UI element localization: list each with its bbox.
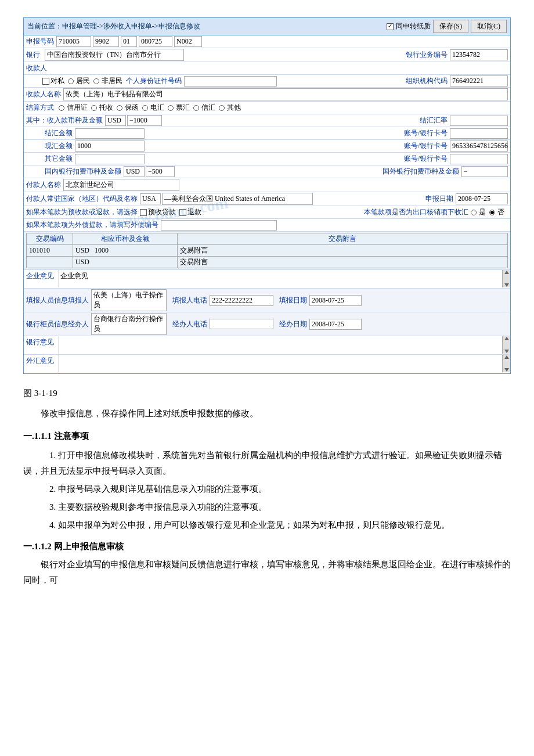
prepayment-refund[interactable]: 退款	[179, 207, 201, 217]
bank-serial-value[interactable]: 12354782	[450, 49, 508, 60]
report-no-5[interactable]: N002	[174, 36, 202, 47]
account-label-3: 账号/银行卡号	[404, 154, 448, 164]
settlement-credit[interactable]: 信用证	[59, 103, 88, 113]
settlement-other[interactable]: 其他	[219, 103, 241, 113]
filler-info-label: 填报人员信息	[26, 296, 68, 305]
bank-opinion-text[interactable]	[59, 336, 502, 354]
settlement-dianhui[interactable]: 电汇	[142, 103, 164, 113]
scroll-down-icon[interactable]	[504, 283, 509, 287]
account-value-3[interactable]	[450, 154, 508, 164]
settlement-xinhui[interactable]: 信汇	[193, 103, 215, 113]
currency-amount[interactable]: −1000	[127, 115, 162, 126]
foreign-debt-value[interactable]	[161, 220, 277, 231]
payer-country-code[interactable]: USA	[140, 193, 161, 204]
report-no-1[interactable]: 710005	[56, 36, 91, 47]
trade-currency-1[interactable]: USD 1000	[73, 245, 178, 257]
settlement-piaohui[interactable]: 票汇	[168, 103, 190, 113]
trade-currency-2[interactable]: USD	[73, 257, 178, 268]
account-value-1[interactable]	[450, 128, 508, 139]
bank-opinion-scrollbar[interactable]	[502, 336, 510, 354]
top-bar-buttons: 同申转纸质 保存(S) 取消(C)	[387, 20, 507, 33]
trade-table: 交易编码 相应币种及金额 交易附言 101010 USD 1000 交易附言 U…	[26, 233, 508, 268]
prepayment-row: 如果本笔款为预收款或退款，请选择 预收贷款 退款 本笔款项是否为出口核销项下收汇…	[24, 206, 510, 219]
report-no-2[interactable]: 9902	[93, 36, 119, 47]
prepayment-loan[interactable]: 预收贷款	[140, 207, 176, 217]
filler-info-row: 填报人员信息 填报人 依美（上海）电子操作员 填报人电话 222-2222222…	[24, 289, 510, 312]
trade-note-header: 交易附言	[178, 233, 508, 245]
fx-scroll-up-icon[interactable]	[504, 355, 509, 359]
cash-amount-value[interactable]	[75, 154, 145, 164]
domestic-deduct-currency[interactable]: USD	[124, 166, 145, 177]
fx-opinion-text[interactable]	[59, 355, 502, 372]
payer-name-value[interactable]: 北京新世纪公司	[63, 179, 179, 191]
account-label-2: 账号/银行卡号	[404, 141, 448, 151]
settlement-row: 结算方式 信用证 托收 保函 电汇 票汇 信汇 其他	[24, 102, 510, 114]
report-no-4[interactable]: 080725	[139, 36, 172, 47]
scroll-up-icon[interactable]	[504, 271, 509, 274]
bank-counter-label: 银行柜员信息	[26, 319, 68, 329]
para2: 银行对企业填写的申报信息和审核疑问反馈信息进行审核，填写审核意见，并将审核结果息…	[23, 557, 511, 588]
exchange-amount-value[interactable]	[75, 128, 145, 139]
domestic-deduct-amount[interactable]: −500	[146, 166, 175, 177]
org-code-value[interactable]: 766492221	[450, 75, 508, 87]
settlement-tuoshou[interactable]: 托收	[91, 103, 113, 113]
cancel-button[interactable]: 取消(C)	[471, 20, 507, 33]
trade-row-2: USD 交易附言	[27, 257, 508, 268]
id-value[interactable]	[184, 76, 277, 87]
export-yes[interactable]: 是	[471, 207, 486, 217]
save-button[interactable]: 保存(S)	[433, 20, 468, 33]
body-text: 图 3-1-19 修改申报信息，保存操作同上述对纸质申报数据的修改。 一.1.1…	[23, 386, 511, 588]
exchange-rate-value[interactable]	[450, 116, 508, 126]
prepayment-label: 如果本笔款为预收款或退款，请选择	[26, 207, 138, 217]
sync-paper-checkbox[interactable]	[387, 23, 394, 30]
settlement-baohan[interactable]: 保函	[117, 103, 139, 113]
trade-note-2[interactable]: 交易附言	[178, 257, 508, 268]
export-no[interactable]: 否	[489, 207, 504, 217]
manager-value[interactable]: 台商银行台南分行操作员	[91, 313, 167, 335]
bank-row: 银行 中国台南投资银行（TN）台南市分行 银行业务编号 12354782	[24, 48, 510, 62]
para1: 修改申报信息，保存操作同上述对纸质申报数据的修改。	[23, 406, 511, 422]
type-feijumin[interactable]: 非居民	[93, 76, 122, 86]
enterprise-opinion-scrollbar[interactable]	[502, 270, 510, 287]
fx-scroll-down-icon[interactable]	[504, 368, 509, 372]
export-label: 本笔款项是否为出口核销项下收汇	[364, 207, 468, 217]
note3: 3. 主要数据校验规则参考申报信息录入功能的注意事项。	[23, 499, 511, 515]
bank-scroll-down-icon[interactable]	[504, 350, 509, 353]
bank-counter-row: 银行柜员信息 经办人 台商银行台南分行操作员 经办人电话 经办日期 2008-0…	[24, 312, 510, 336]
trade-code-2[interactable]	[27, 257, 73, 268]
payer-country-desc[interactable]: —美利坚合众国 United States of America	[162, 193, 313, 205]
report-date-value[interactable]: 2008-07-25	[456, 193, 508, 204]
fx-amount-value[interactable]: 1000	[75, 141, 145, 152]
breadcrumb: 当前位置：申报单管理->涉外收入申报单->申报信息修改	[27, 21, 200, 31]
enterprise-opinion-text[interactable]: 企业意见	[59, 270, 502, 287]
other-amount-row: 其它金额 账号/银行卡号	[24, 153, 510, 165]
settlement-label: 结算方式	[26, 103, 56, 113]
foreign-deduct-value[interactable]: −	[461, 166, 508, 177]
bank-scroll-up-icon[interactable]	[504, 337, 509, 340]
bank-value[interactable]: 中国台南投资银行（TN）台南市分行	[45, 49, 184, 61]
org-code-label: 组织机构代码	[406, 76, 448, 86]
juhui-row: 结汇金额 账号/银行卡号	[24, 127, 510, 140]
feijumin-radio[interactable]	[93, 78, 99, 84]
type-jumin[interactable]: 居民	[68, 76, 90, 86]
currency-value[interactable]: USD	[105, 115, 126, 126]
filler-phone-value[interactable]: 222-22222222	[210, 295, 273, 306]
account-value-2[interactable]: 9653365478125656	[450, 141, 508, 152]
manager-phone-value[interactable]	[210, 319, 273, 329]
payee-name-value[interactable]: 依美（上海）电子制品有限公司	[63, 88, 508, 100]
manager-label: 经办人	[68, 319, 89, 329]
report-no-3[interactable]: 01	[121, 36, 137, 47]
trade-note-1[interactable]: 交易附言	[178, 245, 508, 257]
bank-label: 银行	[26, 50, 42, 60]
sync-paper-label: 同申转纸质	[396, 21, 431, 31]
duisi-checkbox[interactable]	[42, 78, 49, 85]
jumin-radio[interactable]	[68, 78, 74, 84]
manager-date-value[interactable]: 2008-07-25	[309, 319, 362, 330]
type-duisi[interactable]: 对私	[42, 76, 64, 86]
fill-date-value[interactable]: 2008-07-25	[309, 295, 362, 306]
payer-name-label: 付款人名称	[26, 180, 61, 190]
fx-opinion-scrollbar[interactable]	[502, 355, 510, 372]
currency-label: 收入款币种及金额	[47, 116, 103, 125]
filler-value[interactable]: 依美（上海）电子操作员	[91, 289, 167, 311]
trade-code-1[interactable]: 101010	[27, 245, 73, 257]
